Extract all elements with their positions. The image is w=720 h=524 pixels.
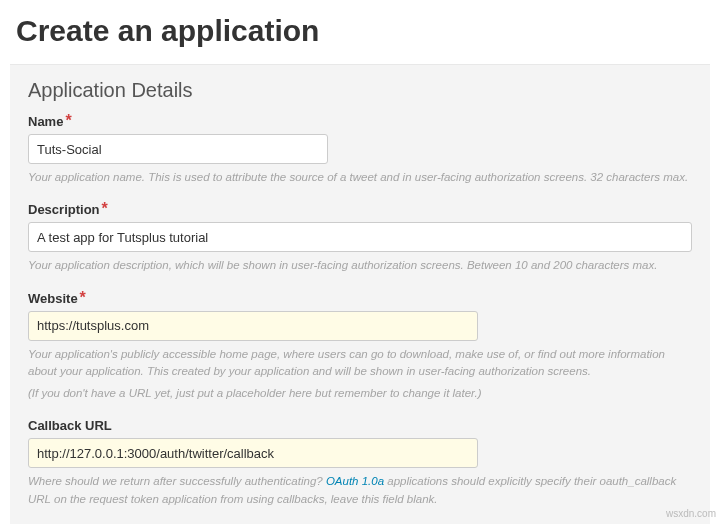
field-callback: Callback URL Where should we return afte… — [28, 416, 692, 508]
name-input[interactable] — [28, 134, 328, 164]
description-label: Description — [28, 202, 100, 217]
watermark: wsxdn.com — [666, 508, 716, 519]
name-help: Your application name. This is used to a… — [28, 169, 692, 186]
description-label-wrap: Description* — [28, 200, 108, 217]
field-description: Description* Your application descriptio… — [28, 200, 692, 274]
oauth-link[interactable]: OAuth 1.0a — [326, 475, 384, 487]
name-label-wrap: Name* — [28, 112, 72, 129]
name-required-mark: * — [65, 112, 71, 129]
callback-help-pre: Where should we return after successfull… — [28, 475, 326, 487]
page-title: Create an application — [16, 14, 720, 48]
callback-label-wrap: Callback URL — [28, 416, 112, 433]
field-name: Name* Your application name. This is use… — [28, 112, 692, 186]
description-help: Your application description, which will… — [28, 257, 692, 274]
website-label: Website — [28, 291, 78, 306]
callback-label: Callback URL — [28, 418, 112, 433]
description-required-mark: * — [102, 200, 108, 217]
callback-help: Where should we return after successfull… — [28, 473, 692, 508]
website-required-mark: * — [80, 289, 86, 306]
website-help-1: Your application's publicly accessible h… — [28, 346, 692, 381]
website-help-2: (If you don't have a URL yet, just put a… — [28, 385, 692, 402]
name-label: Name — [28, 114, 63, 129]
application-form: Application Details Name* Your applicati… — [10, 64, 710, 524]
callback-input[interactable] — [28, 438, 478, 468]
website-label-wrap: Website* — [28, 289, 86, 306]
section-title: Application Details — [28, 79, 692, 102]
website-input[interactable] — [28, 311, 478, 341]
field-website: Website* Your application's publicly acc… — [28, 289, 692, 403]
description-input[interactable] — [28, 222, 692, 252]
